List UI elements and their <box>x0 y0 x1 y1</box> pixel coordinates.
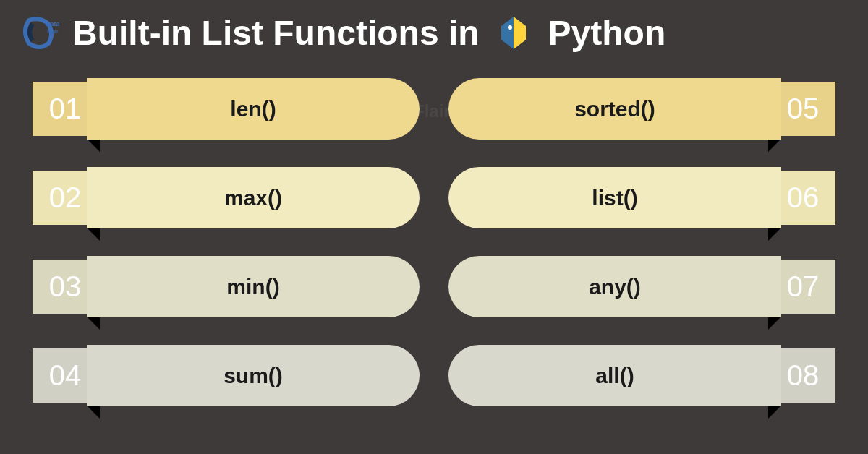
fold-decoration <box>87 406 100 419</box>
item-07: 07 any() <box>448 252 835 321</box>
fold-decoration <box>768 139 781 152</box>
item-label: sum() <box>87 345 420 406</box>
right-column: 05 sorted() 06 list() 07 any() 08 all() <box>448 74 835 410</box>
fold-decoration <box>768 317 781 330</box>
item-01: 01 len() <box>33 74 420 143</box>
item-label: len() <box>87 78 420 140</box>
item-label: all() <box>448 345 781 406</box>
fold-decoration <box>768 228 781 241</box>
svg-text:Data: Data <box>46 20 61 27</box>
header: Data Flair Built-in List Functions in Py… <box>0 0 868 60</box>
item-08: 08 all() <box>448 341 835 410</box>
item-label: sorted() <box>448 78 781 140</box>
fold-decoration <box>87 139 100 152</box>
python-icon <box>494 13 534 53</box>
item-label: any() <box>448 256 781 317</box>
item-05: 05 sorted() <box>448 74 835 143</box>
fold-decoration <box>87 317 100 330</box>
item-label: list() <box>448 167 781 228</box>
title-text-2: Python <box>548 13 666 53</box>
fold-decoration <box>87 228 100 241</box>
item-label: min() <box>87 256 420 317</box>
item-06: 06 list() <box>448 163 835 232</box>
page-title: Built-in List Functions in Python <box>72 13 665 53</box>
left-column: 01 len() 02 max() 03 min() 04 sum() <box>33 74 420 410</box>
item-04: 04 sum() <box>33 341 420 410</box>
item-02: 02 max() <box>33 163 420 232</box>
item-03: 03 min() <box>33 252 420 321</box>
content-grid: 01 len() 02 max() 03 min() 04 sum() 05 s… <box>0 60 868 410</box>
dataflair-logo: Data Flair <box>18 13 61 53</box>
svg-point-2 <box>508 25 512 30</box>
title-text-1: Built-in List Functions in <box>72 13 480 53</box>
svg-text:Flair: Flair <box>47 28 59 35</box>
item-label: max() <box>87 167 420 228</box>
fold-decoration <box>768 406 781 419</box>
